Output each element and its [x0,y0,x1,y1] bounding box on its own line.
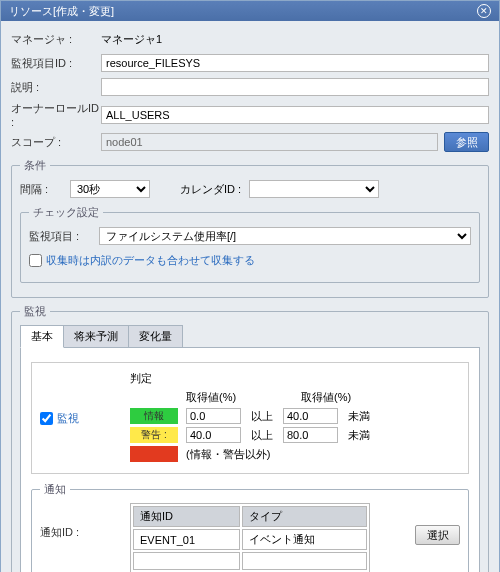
miman-1: 未満 [348,409,370,424]
monitor-enable-label: 監視 [57,411,79,426]
collect-detail-label: 収集時は内訳のデータも合わせて収集する [46,253,255,268]
description-label: 説明 : [11,80,101,95]
manager-value: マネージャ1 [101,32,489,47]
calendar-select[interactable] [249,180,379,198]
info-chip: 情報 [130,408,178,424]
monitor-enable-checkbox[interactable] [40,412,53,425]
notifyid-label: 通知ID : [40,503,130,540]
ownerrole-input[interactable] [101,106,489,124]
other-label: (情報・警告以外) [186,447,270,462]
monitem-select[interactable]: ファイルシステム使用率[/] [99,227,471,245]
table-row: EVENT_01イベント通知 [133,529,367,550]
scope-browse-button[interactable]: 参照 [444,132,489,152]
monitorid-label: 監視項目ID : [11,56,101,71]
collect-detail-checkbox[interactable] [29,254,42,267]
titlebar: リソース[作成・変更] ✕ [1,1,499,21]
interval-select[interactable]: 30秒 [70,180,150,198]
judge-label: 判定 [130,371,460,386]
info-hi-input[interactable] [283,408,338,424]
notify-legend: 通知 [40,482,70,497]
manager-label: マネージャ : [11,32,101,47]
scope-label: スコープ : [11,135,101,150]
ijou-1: 以上 [251,409,273,424]
dialog-title: リソース[作成・変更] [9,4,114,19]
monitor-tabs: 基本 将来予測 変化量 [20,325,480,348]
warn-hi-input[interactable] [283,427,338,443]
monitem-label: 監視項目 : [29,229,99,244]
judge-col2: 取得値(%) [301,390,376,405]
warn-lo-input[interactable] [186,427,241,443]
notify-th-type: タイプ [242,506,367,527]
ownerrole-label: オーナーロールID : [11,101,101,128]
monitorid-input[interactable] [101,54,489,72]
notify-select-button[interactable]: 選択 [415,525,460,545]
check-legend: チェック設定 [29,205,103,220]
warn-chip: 警告 : [130,427,178,443]
interval-label: 間隔 : [20,182,70,197]
ijou-2: 以上 [251,428,273,443]
judge-col1: 取得値(%) [186,390,261,405]
scope-input [101,133,438,151]
resource-dialog: リソース[作成・変更] ✕ マネージャ : マネージャ1 監視項目ID : 説明… [0,0,500,572]
notify-table[interactable]: 通知IDタイプ EVENT_01イベント通知 [130,503,370,572]
tab-basic[interactable]: 基本 [20,325,64,348]
table-row [133,552,367,570]
notify-th-id: 通知ID [133,506,240,527]
notify-fieldset: 通知 通知ID : 通知IDタイプ EVENT_01イベント通知 選択 [31,482,469,572]
condition-fieldset: 条件 間隔 : 30秒 カレンダID : チェック設定 監視項目 : ファイルシ… [11,158,489,298]
critical-chip [130,446,178,462]
monitor-legend: 監視 [20,304,50,319]
tab-change[interactable]: 変化量 [128,325,183,347]
close-icon[interactable]: ✕ [477,4,491,18]
tab-forecast[interactable]: 将来予測 [63,325,129,347]
check-fieldset: チェック設定 監視項目 : ファイルシステム使用率[/] 収集時は内訳のデータも… [20,205,480,283]
description-input[interactable] [101,78,489,96]
miman-2: 未満 [348,428,370,443]
calendar-label: カレンダID : [180,182,241,197]
info-lo-input[interactable] [186,408,241,424]
condition-legend: 条件 [20,158,50,173]
monitor-fieldset: 監視 基本 将来予測 変化量 監視 判定 取得値(%) [11,304,489,572]
